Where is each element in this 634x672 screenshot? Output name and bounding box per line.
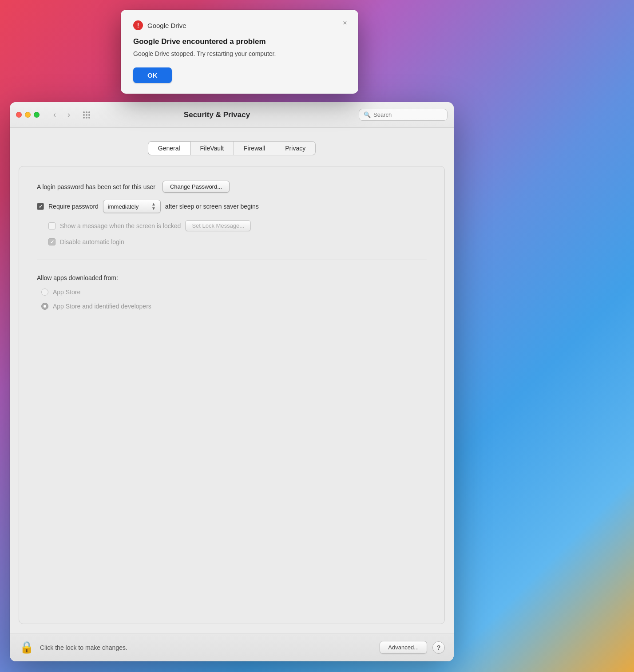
alert-app-name: Google Drive — [147, 22, 186, 29]
tab-privacy[interactable]: Privacy — [275, 141, 316, 155]
disable-auto-login-checkbox[interactable] — [48, 238, 55, 245]
minimize-button[interactable] — [25, 112, 31, 118]
search-box[interactable]: 🔍 — [359, 109, 448, 121]
maximize-button[interactable] — [34, 112, 40, 118]
disable-auto-login-label: Disable automatic login — [60, 238, 124, 245]
syspref-window: ‹ › Security & Privacy 🔍 General FileVau… — [10, 102, 454, 661]
window-title: Security & Privacy — [96, 111, 337, 119]
alert-dialog: ! Google Drive × Google Drive encountere… — [121, 10, 358, 94]
app-store-identified-label: App Store and identified developers — [53, 303, 151, 310]
bottom-bar: 🔒 Click the lock to make changes. Advanc… — [10, 633, 454, 661]
require-password-checkbox[interactable] — [37, 203, 44, 210]
alert-header: ! Google Drive — [133, 20, 346, 30]
search-icon: 🔍 — [364, 111, 371, 118]
advanced-button[interactable]: Advanced... — [380, 641, 427, 654]
nav-back-button[interactable]: ‹ — [48, 109, 61, 121]
app-store-label: App Store — [53, 289, 80, 296]
show-lock-message-checkbox[interactable] — [48, 222, 55, 229]
downloads-section: Allow apps downloaded from: App Store Ap… — [37, 274, 427, 310]
lock-text: Click the lock to make changes. — [40, 644, 374, 651]
close-button[interactable] — [16, 112, 22, 118]
alert-close-button[interactable]: × — [340, 18, 350, 28]
change-password-button[interactable]: Change Password... — [162, 181, 230, 193]
require-password-row: Require password immediately ▲ ▼ after s… — [37, 200, 427, 213]
section-divider — [37, 260, 427, 260]
alert-title: Google Drive encountered a problem — [133, 37, 346, 46]
password-section: A login password has been set for this u… — [37, 181, 427, 245]
after-sleep-text: after sleep or screen saver begins — [165, 203, 259, 210]
app-store-radio[interactable] — [41, 289, 48, 296]
nav-forward-button[interactable]: › — [63, 109, 75, 121]
grid-icon — [82, 111, 91, 119]
set-lock-message-button[interactable]: Set Lock Message... — [185, 220, 251, 231]
alert-ok-button[interactable]: OK — [133, 67, 172, 83]
show-lock-message-label: Show a message when the screen is locked — [60, 222, 181, 229]
dropdown-value: immediately — [108, 203, 148, 210]
grid-view-button[interactable] — [80, 109, 93, 121]
app-store-option[interactable]: App Store — [41, 289, 427, 296]
lock-icon[interactable]: 🔒 — [19, 640, 35, 656]
dropdown-arrows-icon: ▲ ▼ — [151, 202, 156, 211]
immediately-dropdown[interactable]: immediately ▲ ▼ — [103, 200, 161, 213]
app-store-identified-radio[interactable] — [41, 303, 48, 310]
tab-filevault[interactable]: FileVault — [190, 141, 234, 155]
title-bar: ‹ › Security & Privacy 🔍 — [10, 102, 454, 128]
content-area: General FileVault Firewall Privacy A log… — [10, 128, 454, 633]
password-top-row: A login password has been set for this u… — [37, 181, 427, 193]
settings-panel: A login password has been set for this u… — [19, 166, 445, 624]
show-lock-message-row: Show a message when the screen is locked… — [48, 220, 427, 231]
tab-bar: General FileVault Firewall Privacy — [19, 141, 445, 155]
search-input[interactable] — [373, 111, 443, 118]
app-store-identified-option[interactable]: App Store and identified developers — [41, 303, 427, 310]
disable-auto-login-row: Disable automatic login — [48, 238, 427, 245]
help-button[interactable]: ? — [432, 641, 445, 654]
password-info-text: A login password has been set for this u… — [37, 183, 155, 190]
alert-message: Google Drive stopped. Try restarting you… — [133, 50, 346, 59]
tab-general[interactable]: General — [148, 141, 190, 155]
tab-firewall[interactable]: Firewall — [234, 141, 275, 155]
traffic-lights — [16, 112, 40, 118]
error-icon: ! — [133, 20, 143, 30]
allow-apps-title: Allow apps downloaded from: — [37, 274, 427, 281]
require-password-label: Require password — [48, 203, 99, 210]
nav-buttons: ‹ › — [48, 109, 75, 121]
